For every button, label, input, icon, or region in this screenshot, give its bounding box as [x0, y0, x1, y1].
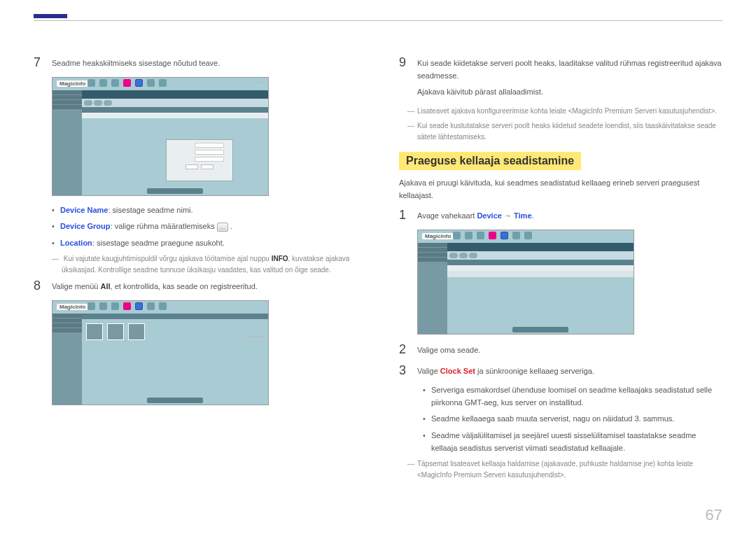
- left-column: 7 Seadme heakskiitmiseks sisestage nõutu…: [34, 56, 357, 484]
- step-text: Kui seade kiidetakse serveri poolt heaks…: [417, 56, 722, 99]
- screenshot-main: [447, 243, 634, 334]
- top-icon-row: [88, 302, 167, 310]
- top-right-links: · · ·: [258, 80, 264, 84]
- right-column: 9 Kui seade kiidetakse serveri poolt hea…: [399, 56, 722, 484]
- step-number: 9: [399, 56, 409, 69]
- note-config-guide: Lisateavet ajakava konfigureerimise koht…: [407, 106, 722, 117]
- step-number: 3: [399, 364, 409, 377]
- step-9: 9 Kui seade kiidetakse serveri poolt hea…: [399, 56, 722, 99]
- step-text: Avage vahekaart Device → Time.: [417, 209, 722, 223]
- clock-note-3: Seadme väljalülitamisel ja seejärel uues…: [423, 430, 722, 454]
- step-number: 8: [34, 279, 43, 292]
- step-7: 7 Seadme heakskiitmiseks sisestage nõutu…: [34, 56, 357, 70]
- screenshot-sidebar: [418, 243, 447, 334]
- term-device-name: Device Name: [60, 206, 108, 214]
- step-number: 1: [399, 209, 409, 221]
- header-rule: [34, 20, 722, 21]
- screenshot-sidebar: [52, 90, 82, 195]
- screenshot-main: [82, 90, 268, 195]
- term-location: Location: [60, 239, 92, 247]
- thumbnail-row: [82, 319, 268, 344]
- step-text: Seadme heakskiitmiseks sisestage nõutud …: [52, 56, 357, 70]
- header-accent: [34, 14, 67, 18]
- screenshot-approve-device: MagicInfo · · ·: [52, 77, 269, 196]
- step-8: 8 Valige menüü All, et kontrollida, kas …: [34, 279, 357, 293]
- section-intro: Ajakava ei pruugi käivituda, kui seadmes…: [399, 177, 722, 202]
- step-number: 7: [34, 56, 43, 69]
- ellipsis-button-icon: …: [217, 223, 228, 232]
- term-device-group: Device Group: [60, 222, 111, 230]
- two-column-layout: 7 Seadme heakskiitmiseks sisestage nõutu…: [34, 56, 722, 484]
- bullet-device-name: Device Name: sisestage seadme nimi.: [52, 204, 357, 217]
- note-info-button: Kui vajutate kaugjuhtimispuldil võrgu aj…: [52, 253, 357, 275]
- top-icon-row: [88, 79, 167, 87]
- step-text: Valige menüü All, et kontrollida, kas se…: [52, 279, 357, 293]
- device-fields-list: Device Name: sisestage seadme nimi. Devi…: [52, 204, 357, 250]
- clock-note-2: Seadme kellaaega saab muuta serverist, n…: [423, 413, 722, 426]
- approval-dialog: [166, 139, 233, 181]
- substep-2: 2 Valige oma seade.: [399, 343, 722, 357]
- page-number: 67: [706, 506, 722, 524]
- clock-note-1: Serveriga esmakordsel ühenduse loomisel …: [423, 384, 722, 409]
- note-time-mgmt-guide: Täpsemat lisateavet kellaaja haldamise (…: [407, 458, 722, 480]
- substep-3: 3 Valige Clock Set ja sünkroonige kellaa…: [399, 364, 722, 378]
- screenshot-main: [82, 314, 268, 405]
- screenshot-device-time: MagicInfo: [417, 230, 634, 335]
- top-icon-row: [453, 232, 532, 239]
- bullet-device-group: Device Group: valige rühma määratlemisek…: [52, 220, 357, 233]
- term-clock-set: Clock Set: [440, 367, 475, 375]
- bullet-location: Location: sisestage seadme praegune asuk…: [52, 237, 357, 250]
- app-logo: MagicInfo: [422, 233, 454, 239]
- app-logo: MagicInfo: [57, 80, 88, 87]
- step-text: Valige Clock Set ja sünkroonige kellaaeg…: [417, 364, 722, 378]
- app-logo: MagicInfo: [57, 304, 88, 310]
- note-delete-device: Kui seade kustutatakse serveri poolt hea…: [407, 120, 722, 142]
- section-heading-clock: Praeguse kellaaja seadistamine: [399, 152, 581, 170]
- clock-notes-list: Serveriga esmakordsel ühenduse loomisel …: [423, 384, 722, 454]
- step-number: 2: [399, 343, 409, 356]
- screenshot-all-menu: MagicInfo: [52, 300, 269, 405]
- screenshot-sidebar: [52, 314, 82, 405]
- step-text: Valige oma seade.: [417, 343, 722, 357]
- substep-1: 1 Avage vahekaart Device → Time.: [399, 209, 722, 223]
